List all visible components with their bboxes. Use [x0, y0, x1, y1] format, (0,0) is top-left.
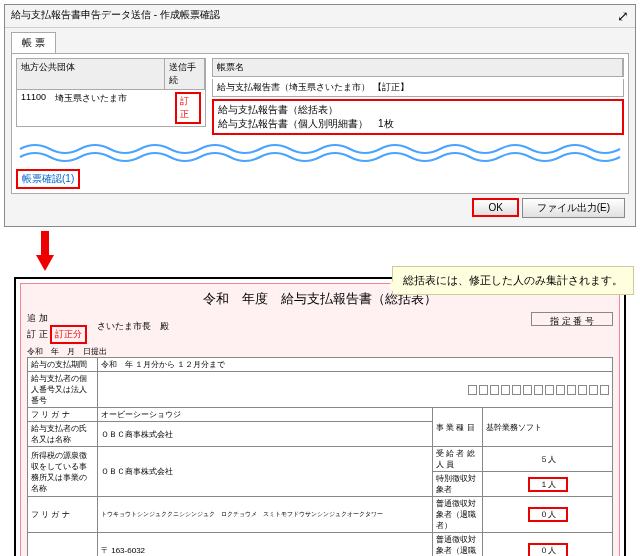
tab-report[interactable]: 帳 票 — [11, 32, 56, 53]
summary-table: 給与の支払期間令和 年 １月分から １２月分まで 給与支払者の個人番号又は法人番… — [27, 357, 613, 556]
status-correction: 訂正 — [175, 92, 201, 124]
muni-row[interactable]: 11100 埼玉県さいたま市 訂正 — [16, 90, 206, 127]
report-confirm-link[interactable]: 帳票確認(1) — [16, 169, 80, 189]
summary-callout: 総括表には、修正した人のみ集計されます。 — [392, 266, 634, 295]
fullscreen-icon[interactable]: ⤢ — [617, 8, 629, 24]
flow-arrow-icon — [36, 231, 54, 271]
correction-tag: 訂正分 — [50, 325, 87, 344]
summary-form: 令和 年度 給与支払報告書（総括表） 追 加 訂 正 訂正分 さいたま市長 殿 … — [14, 277, 626, 556]
confirm-dialog: 給与支払報告書申告データ送信 - 作成帳票確認 ⤢ 帳 票 地方公共団体送信手続… — [4, 4, 636, 227]
file-output-button[interactable]: ファイル出力(E) — [522, 198, 625, 218]
dialog-title: 給与支払報告書申告データ送信 - 作成帳票確認 — [11, 8, 220, 24]
left-pane: 地方公共団体送信手続 11100 埼玉県さいたま市 訂正 — [16, 58, 206, 135]
omission-wave — [16, 141, 624, 163]
ok-button[interactable]: OK — [472, 198, 518, 217]
report-list-box: 給与支払報告書（総括表） 給与支払報告書（個人別明細書） 1枚 — [212, 99, 624, 135]
